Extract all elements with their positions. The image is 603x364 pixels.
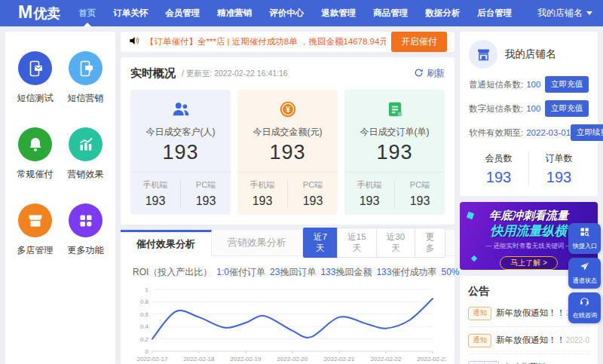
- shop-row-button-0[interactable]: 立即充值: [545, 76, 589, 93]
- x-tick-label: 2022-02-20: [277, 356, 308, 362]
- floating-toolbar: 快捷入口 通道状态 在线咨询: [568, 223, 601, 323]
- sidebar-feature-0[interactable]: 短信测试: [17, 51, 54, 105]
- order-doc-icon: [385, 109, 405, 121]
- main-column: 【订单催付】全***店 | 近期催付成功8单 ，挽回金额14678.94元，催付…: [121, 32, 455, 364]
- shop-row-0: 普通短信条数: 100 立即充值: [469, 76, 589, 93]
- range-button-3[interactable]: 更多: [415, 228, 445, 258]
- range-button-1[interactable]: 近15天: [337, 228, 376, 258]
- nav-item-5[interactable]: 退款管理: [320, 0, 357, 26]
- shop-row-button-2[interactable]: 立即续费: [571, 124, 603, 141]
- notice-date: 2022-0: [566, 336, 589, 344]
- notice-badge: 通知: [468, 307, 491, 320]
- stat-value: 193: [237, 141, 338, 164]
- x-tick-label: 2022-02-19: [231, 356, 262, 362]
- top-navbar: M 优卖 首页订单关怀会员管理精准营销评价中心退款管理商品管理数据分析后台管理 …: [0, 0, 603, 26]
- metric-2: 挽回订单133: [280, 266, 335, 279]
- sidebar-feature-2[interactable]: 常规催付: [17, 127, 54, 181]
- analysis-panel: 催付效果分析营销效果分析 近7天近15天近30天更多 ROI（投入产出比）1:0…: [121, 230, 455, 364]
- notice-badge: 新功能: [468, 361, 499, 364]
- start-reminder-button[interactable]: 开启催付: [391, 32, 447, 52]
- stat-sub-1: PC端 193: [287, 179, 338, 208]
- stat-sub-0: 手机端 193: [237, 179, 287, 208]
- stat-card-2: 今日成交订单(单) 193 手机端 193 PC端 193: [344, 90, 445, 215]
- store-icon: [18, 203, 52, 237]
- sidebar-feature-1[interactable]: 短信营销: [68, 51, 104, 105]
- logo-text: 优卖: [33, 5, 60, 23]
- tab-0[interactable]: 催付效果分析: [121, 230, 212, 256]
- x-tick-label: 2022-02-17: [137, 356, 168, 362]
- main-menu: 首页订单关怀会员管理精准营销评价中心退款管理商品管理数据分析后台管理: [77, 0, 513, 26]
- realtime-title: 实时概况: [130, 66, 176, 81]
- notice-text: 新年放假通知！！！: [496, 335, 564, 346]
- shop-row-2: 软件有效期至: 2022-03-01 立即续费: [469, 124, 589, 141]
- y-tick-label: 0: [145, 348, 149, 355]
- nav-item-4[interactable]: 评价中心: [268, 0, 305, 26]
- notice-item-1[interactable]: 通知 新年放假通知！！！ 2022-0: [468, 327, 589, 354]
- y-tick-label: 0.6: [140, 311, 149, 318]
- stat-sub-1: PC端 193: [394, 179, 445, 208]
- account-menu[interactable]: 我的店铺名: [537, 7, 592, 20]
- bell-icon: [18, 127, 52, 161]
- notice-item-2[interactable]: 新功能 自动化营销功能上线 2022-01-25: [468, 354, 589, 364]
- y-tick-label: 1: [145, 286, 149, 293]
- floating-button-2[interactable]: 在线咨询: [568, 292, 601, 323]
- y-tick-label: 0.4: [140, 323, 149, 330]
- nav-item-1[interactable]: 订单关怀: [112, 0, 149, 26]
- sidebar-feature-label: 更多功能: [68, 244, 104, 257]
- account-label: 我的店铺名: [537, 7, 583, 20]
- x-tick-label: 2022-02-21: [324, 356, 355, 362]
- nav-item-0[interactable]: 首页: [77, 0, 97, 26]
- stat-sub-0: 手机端 193: [344, 179, 394, 208]
- metrics-row: ROI（投入产出比）1:0 催付订单23 挽回订单133 挽回金额133 催付成…: [121, 256, 455, 282]
- paper-plane-icon: [579, 261, 590, 275]
- refresh-icon: [414, 68, 424, 80]
- y-tick-label: 0.2: [140, 336, 149, 343]
- sidebar-feature-5[interactable]: 更多功能: [68, 203, 104, 257]
- notice-badge: 通知: [468, 334, 491, 347]
- y-tick-label: 0.8: [140, 298, 149, 305]
- svg-text:¥: ¥: [286, 106, 290, 114]
- stat-sub-0: 手机端 193: [130, 179, 180, 208]
- nav-item-7[interactable]: 数据分析: [424, 0, 461, 26]
- chart-line-series: [152, 298, 433, 338]
- speaker-icon: [128, 35, 140, 50]
- shop-stat-1: 订单数 193: [528, 152, 589, 186]
- app-logo[interactable]: M 优卖: [18, 4, 60, 23]
- shop-card: 我的店铺名 普通短信条数: 100 立即充值 数字短信条数: 100 立即充值 …: [460, 32, 598, 196]
- realtime-updated-time: / 更新至: 2022-02-22 16:41:16: [182, 69, 288, 79]
- shop-row-1: 数字短信条数: 100 立即充值: [469, 100, 589, 117]
- shop-stat-0: 会员数 193: [469, 152, 528, 186]
- x-tick-label: 2022-02-22: [371, 356, 402, 362]
- stat-label: 今日成交订单(单): [344, 126, 445, 139]
- sidebar-feature-label: 多店管理: [17, 244, 54, 257]
- banner-deco: [471, 255, 477, 262]
- sidebar-feature-label: 短信营销: [68, 92, 104, 105]
- realtime-panel: 实时概况 / 更新至: 2022-02-22 16:41:16 刷新 今日成交客…: [121, 57, 455, 225]
- range-button-2[interactable]: 近30天: [376, 228, 415, 258]
- shop-name: 我的店铺名: [505, 47, 556, 61]
- shop-row-button-1[interactable]: 立即充值: [545, 100, 589, 117]
- tab-1[interactable]: 营销效果分析: [212, 230, 303, 255]
- nav-item-2[interactable]: 会员管理: [164, 0, 201, 26]
- yen-coin-icon: ¥: [278, 109, 298, 121]
- refresh-button[interactable]: 刷新: [414, 67, 445, 80]
- nav-item-8[interactable]: 后台管理: [476, 0, 513, 26]
- metric-3: 挽回金额133: [335, 266, 391, 279]
- range-button-0[interactable]: 近7天: [303, 228, 338, 258]
- sidebar-feature-label: 短信测试: [17, 92, 54, 105]
- sidebar-feature-3[interactable]: 营销效果: [68, 127, 104, 181]
- x-tick-label: 2022-02-18: [184, 356, 215, 362]
- nav-item-6[interactable]: 商品管理: [372, 0, 409, 26]
- sidebar-feature-4[interactable]: 多店管理: [17, 203, 54, 257]
- roi-line-chart: 00.20.40.60.812022-02-172022-02-182022-0…: [121, 282, 455, 364]
- stat-card-0: 今日成交客户(人) 193 手机端 193 PC端 193: [130, 90, 231, 215]
- date-range-group: 近7天近15天近30天更多: [303, 228, 446, 258]
- metric-1: 催付订单23: [229, 266, 280, 279]
- nav-item-3[interactable]: 精准营销: [216, 0, 253, 26]
- sidebar-feature-label: 常规催付: [17, 168, 54, 181]
- floating-button-1[interactable]: 通道状态: [568, 258, 601, 289]
- grid-icon: [69, 203, 103, 237]
- floating-button-0[interactable]: 快捷入口: [568, 223, 601, 254]
- shop-avatar: [469, 40, 497, 69]
- banner-cta-button[interactable]: 马上了解 >: [500, 256, 558, 270]
